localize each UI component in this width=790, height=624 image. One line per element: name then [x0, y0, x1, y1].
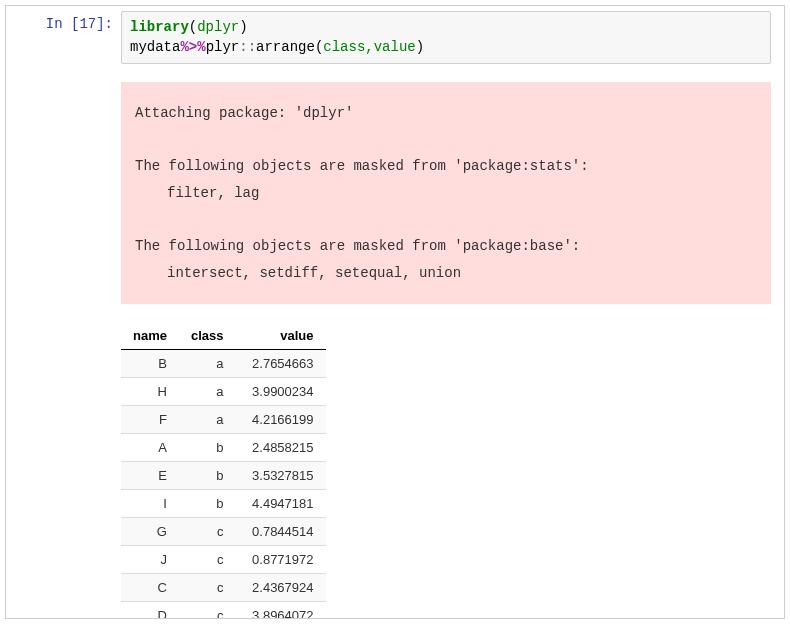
table-row: Eb3.5327815 — [121, 462, 326, 490]
table-cell-class: c — [179, 602, 236, 619]
warning-line-indent: intersect, setdiff, setequal, union — [135, 260, 757, 287]
table-cell-class: b — [179, 462, 236, 490]
table-row: Fa4.2166199 — [121, 406, 326, 434]
table-cell-class: a — [179, 406, 236, 434]
warning-line: The following objects are masked from 'p… — [135, 238, 580, 254]
warning-output: Attaching package: 'dplyr' The following… — [121, 82, 771, 304]
code-token-object: mydata — [130, 39, 180, 55]
table-cell-value: 0.8771972 — [236, 546, 326, 574]
table-cell-value: 3.9900234 — [236, 378, 326, 406]
table-cell-class: a — [179, 378, 236, 406]
data-table: name class value Ba2.7654663Ha3.9900234F… — [121, 322, 326, 619]
table-body: Ba2.7654663Ha3.9900234Fa4.2166199Ab2.485… — [121, 350, 326, 619]
code-token-fn: arrange — [256, 39, 315, 55]
input-prompt: In [17]: — [6, 11, 121, 619]
table-row: Cc2.4367924 — [121, 574, 326, 602]
notebook-container: In [17]: library(dplyr) mydata%>%plyr::a… — [5, 5, 785, 619]
table-cell-value: 2.7654663 — [236, 350, 326, 378]
table-cell-class: c — [179, 546, 236, 574]
table-row: Dc3.8964072 — [121, 602, 326, 619]
code-input[interactable]: library(dplyr) mydata%>%plyr::arrange(cl… — [121, 11, 771, 64]
table-cell-class: b — [179, 490, 236, 518]
table-cell-name: F — [121, 406, 179, 434]
table-row: Ab2.4858215 — [121, 434, 326, 462]
table-cell-name: E — [121, 462, 179, 490]
table-cell-class: c — [179, 574, 236, 602]
table-cell-class: c — [179, 518, 236, 546]
table-cell-name: C — [121, 574, 179, 602]
table-cell-value: 2.4367924 — [236, 574, 326, 602]
table-cell-value: 4.4947181 — [236, 490, 326, 518]
code-token-dcolon: :: — [239, 39, 256, 55]
table-output: name class value Ba2.7654663Ha3.9900234F… — [121, 322, 771, 619]
table-cell-name: I — [121, 490, 179, 518]
table-cell-class: a — [179, 350, 236, 378]
table-header: name — [121, 322, 179, 350]
table-cell-name: G — [121, 518, 179, 546]
code-token-pipe: %>% — [180, 39, 205, 55]
notebook-cell: In [17]: library(dplyr) mydata%>%plyr::a… — [6, 6, 784, 619]
table-cell-name: D — [121, 602, 179, 619]
table-row: Gc0.7844514 — [121, 518, 326, 546]
table-row: Ib4.4947181 — [121, 490, 326, 518]
table-header: class — [179, 322, 236, 350]
table-cell-name: B — [121, 350, 179, 378]
table-row: Ba2.7654663 — [121, 350, 326, 378]
code-token-paren: ( — [189, 19, 197, 35]
code-token-fn: library — [130, 19, 189, 35]
table-cell-name: J — [121, 546, 179, 574]
table-cell-class: b — [179, 434, 236, 462]
code-token-paren: ) — [239, 19, 247, 35]
table-cell-value: 0.7844514 — [236, 518, 326, 546]
warning-line: Attaching package: 'dplyr' — [135, 105, 353, 121]
code-token-args: class,value — [323, 39, 415, 55]
table-cell-value: 2.4858215 — [236, 434, 326, 462]
table-cell-name: H — [121, 378, 179, 406]
warning-line-indent: filter, lag — [135, 180, 757, 207]
table-header-row: name class value — [121, 322, 326, 350]
table-cell-value: 3.8964072 — [236, 602, 326, 619]
table-cell-name: A — [121, 434, 179, 462]
table-cell-value: 3.5327815 — [236, 462, 326, 490]
cell-content: library(dplyr) mydata%>%plyr::arrange(cl… — [121, 11, 779, 619]
table-row: Jc0.8771972 — [121, 546, 326, 574]
code-token-paren: ) — [416, 39, 424, 55]
table-header: value — [236, 322, 326, 350]
code-token-arg: dplyr — [197, 19, 239, 35]
code-token-namespace: plyr — [206, 39, 240, 55]
warning-line: The following objects are masked from 'p… — [135, 158, 589, 174]
table-row: Ha3.9900234 — [121, 378, 326, 406]
table-cell-value: 4.2166199 — [236, 406, 326, 434]
